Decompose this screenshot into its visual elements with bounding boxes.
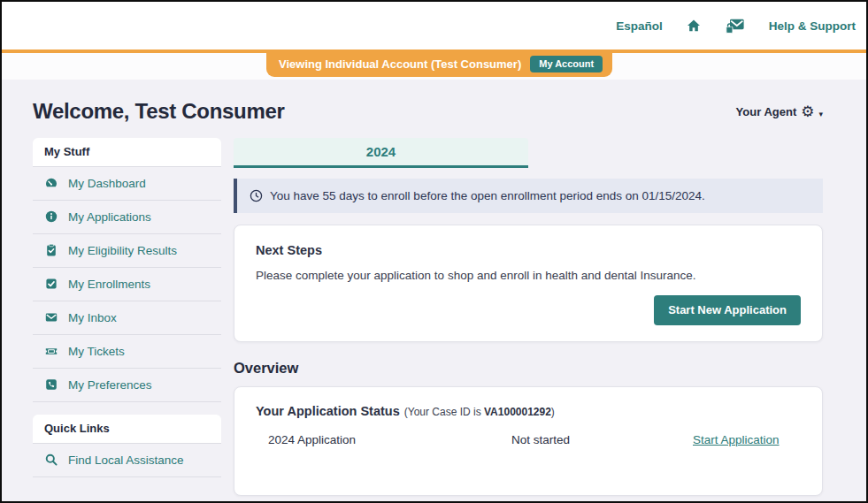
sidebar-item-label: My Eligibility Results — [68, 244, 177, 257]
sidebar-item-my-eligibility-results[interactable]: My Eligibility Results — [33, 234, 221, 268]
application-name: 2024 Application — [268, 433, 511, 446]
phone-square-icon — [44, 377, 58, 392]
sidebar-item-find-local-assistance[interactable]: Find Local Assistance — [33, 444, 221, 477]
home-icon[interactable] — [686, 18, 702, 34]
gear-icon: ⚙ — [801, 104, 814, 119]
sidebar-item-label: My Inbox — [68, 311, 117, 324]
start-new-application-button[interactable]: Start New Application — [654, 295, 801, 325]
application-status-row: 2024 Application Not started Start Appli… — [256, 433, 801, 446]
page-body: Welcome, Test Consumer Your Agent ⚙ ▾ My… — [2, 53, 866, 499]
help-support-link[interactable]: Help & Support — [769, 19, 856, 33]
sidebar-header-quick-links: Quick Links — [33, 415, 221, 444]
case-id-text: (Your Case ID is VA100001292) — [404, 406, 555, 418]
sidebar-header-my-stuff: My Stuff — [33, 138, 221, 167]
sidebar-item-label: My Preferences — [68, 378, 152, 392]
envelope-icon — [44, 310, 58, 324]
clipboard-check-icon — [44, 243, 58, 257]
app-window: Español Help & Support Viewing Individua… — [0, 0, 868, 503]
viewing-account-text: Viewing Individual Account (Test Consume… — [279, 57, 521, 71]
application-status-value: Not started — [511, 433, 693, 446]
sidebar-item-my-tickets[interactable]: My Tickets — [33, 335, 221, 369]
sidebar-item-my-dashboard[interactable]: My Dashboard — [33, 167, 221, 201]
sidebar: My Stuff My Dashboard — [33, 138, 221, 496]
sidebar-item-label: My Dashboard — [68, 177, 146, 190]
sidebar-item-my-inbox[interactable]: My Inbox — [33, 301, 221, 335]
info-circle-icon — [44, 210, 58, 224]
sidebar-item-label: My Tickets — [68, 345, 125, 358]
sidebar-item-label: Find Local Assistance — [68, 453, 184, 467]
your-agent-menu[interactable]: Your Agent ⚙ ▾ — [736, 104, 823, 119]
clock-icon — [250, 189, 263, 202]
viewing-account-banner: Viewing Individual Account (Test Consume… — [266, 53, 612, 77]
sidebar-item-label: My Enrollments — [68, 278, 150, 291]
search-icon — [44, 453, 58, 467]
top-header: Español Help & Support — [2, 2, 866, 53]
sidebar-item-label: My Applications — [68, 210, 151, 224]
overview-heading: Overview — [234, 360, 823, 377]
start-application-link[interactable]: Start Application — [693, 433, 801, 446]
sidebar-section-gap — [33, 402, 221, 415]
next-steps-body: Please complete your application to shop… — [256, 269, 801, 282]
check-square-icon — [44, 277, 58, 291]
language-link[interactable]: Español — [616, 19, 663, 33]
page-title: Welcome, Test Consumer — [33, 99, 285, 124]
dashboard-gauge-icon — [44, 176, 58, 190]
my-account-button[interactable]: My Account — [530, 56, 603, 72]
chevron-down-icon: ▾ — [818, 110, 823, 118]
next-steps-card: Next Steps Please complete your applicat… — [234, 225, 823, 342]
main-content: 2024 You have 55 days to enroll before t… — [234, 138, 823, 496]
tab-2024[interactable]: 2024 — [234, 138, 528, 168]
sidebar-item-my-applications[interactable]: My Applications — [33, 201, 221, 234]
ticket-icon — [44, 344, 58, 358]
alert-text: You have 55 days to enroll before the op… — [270, 189, 705, 202]
your-agent-label: Your Agent — [736, 105, 797, 118]
year-tabbar: 2024 — [234, 138, 823, 168]
application-status-title: Your Application Status — [256, 404, 400, 418]
sidebar-item-my-preferences[interactable]: My Preferences — [33, 369, 221, 402]
next-steps-title: Next Steps — [256, 243, 801, 257]
application-status-card: Your Application Status (Your Case ID is… — [234, 386, 823, 496]
secure-mail-icon[interactable] — [725, 16, 746, 35]
enrollment-deadline-alert: You have 55 days to enroll before the op… — [234, 179, 823, 213]
case-id-value: VA100001292 — [484, 406, 551, 418]
sidebar-item-my-enrollments[interactable]: My Enrollments — [33, 268, 221, 301]
